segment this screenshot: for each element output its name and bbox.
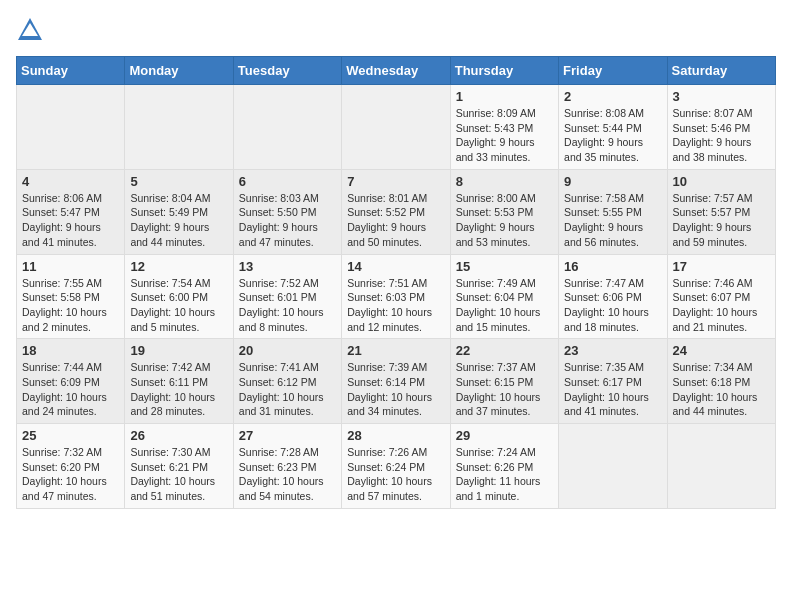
calendar-week-row: 25Sunrise: 7:32 AM Sunset: 6:20 PM Dayli… — [17, 424, 776, 509]
day-number: 14 — [347, 259, 444, 274]
day-header-monday: Monday — [125, 57, 233, 85]
calendar-cell: 8Sunrise: 8:00 AM Sunset: 5:53 PM Daylig… — [450, 169, 558, 254]
day-info: Sunrise: 7:34 AM Sunset: 6:18 PM Dayligh… — [673, 360, 770, 419]
calendar-cell: 28Sunrise: 7:26 AM Sunset: 6:24 PM Dayli… — [342, 424, 450, 509]
calendar-week-row: 18Sunrise: 7:44 AM Sunset: 6:09 PM Dayli… — [17, 339, 776, 424]
day-info: Sunrise: 7:47 AM Sunset: 6:06 PM Dayligh… — [564, 276, 661, 335]
day-number: 23 — [564, 343, 661, 358]
calendar-cell: 22Sunrise: 7:37 AM Sunset: 6:15 PM Dayli… — [450, 339, 558, 424]
day-number: 27 — [239, 428, 336, 443]
day-header-tuesday: Tuesday — [233, 57, 341, 85]
day-number: 29 — [456, 428, 553, 443]
calendar-cell: 19Sunrise: 7:42 AM Sunset: 6:11 PM Dayli… — [125, 339, 233, 424]
logo — [16, 16, 48, 44]
day-number: 11 — [22, 259, 119, 274]
day-info: Sunrise: 7:41 AM Sunset: 6:12 PM Dayligh… — [239, 360, 336, 419]
calendar-cell — [17, 85, 125, 170]
day-header-friday: Friday — [559, 57, 667, 85]
calendar-cell: 21Sunrise: 7:39 AM Sunset: 6:14 PM Dayli… — [342, 339, 450, 424]
day-number: 25 — [22, 428, 119, 443]
page-header — [16, 16, 776, 44]
calendar-cell — [342, 85, 450, 170]
calendar-cell — [125, 85, 233, 170]
day-info: Sunrise: 7:30 AM Sunset: 6:21 PM Dayligh… — [130, 445, 227, 504]
day-info: Sunrise: 7:24 AM Sunset: 6:26 PM Dayligh… — [456, 445, 553, 504]
calendar-week-row: 1Sunrise: 8:09 AM Sunset: 5:43 PM Daylig… — [17, 85, 776, 170]
day-info: Sunrise: 7:57 AM Sunset: 5:57 PM Dayligh… — [673, 191, 770, 250]
day-number: 28 — [347, 428, 444, 443]
day-info: Sunrise: 7:35 AM Sunset: 6:17 PM Dayligh… — [564, 360, 661, 419]
day-info: Sunrise: 7:42 AM Sunset: 6:11 PM Dayligh… — [130, 360, 227, 419]
day-info: Sunrise: 7:46 AM Sunset: 6:07 PM Dayligh… — [673, 276, 770, 335]
day-info: Sunrise: 8:04 AM Sunset: 5:49 PM Dayligh… — [130, 191, 227, 250]
day-info: Sunrise: 8:09 AM Sunset: 5:43 PM Dayligh… — [456, 106, 553, 165]
day-number: 9 — [564, 174, 661, 189]
calendar-cell: 26Sunrise: 7:30 AM Sunset: 6:21 PM Dayli… — [125, 424, 233, 509]
day-header-thursday: Thursday — [450, 57, 558, 85]
day-number: 1 — [456, 89, 553, 104]
calendar-cell — [233, 85, 341, 170]
day-number: 12 — [130, 259, 227, 274]
day-info: Sunrise: 8:08 AM Sunset: 5:44 PM Dayligh… — [564, 106, 661, 165]
day-number: 8 — [456, 174, 553, 189]
day-info: Sunrise: 8:01 AM Sunset: 5:52 PM Dayligh… — [347, 191, 444, 250]
day-info: Sunrise: 7:37 AM Sunset: 6:15 PM Dayligh… — [456, 360, 553, 419]
calendar-cell: 4Sunrise: 8:06 AM Sunset: 5:47 PM Daylig… — [17, 169, 125, 254]
day-info: Sunrise: 8:03 AM Sunset: 5:50 PM Dayligh… — [239, 191, 336, 250]
day-number: 21 — [347, 343, 444, 358]
day-info: Sunrise: 7:44 AM Sunset: 6:09 PM Dayligh… — [22, 360, 119, 419]
day-number: 10 — [673, 174, 770, 189]
calendar-table: SundayMondayTuesdayWednesdayThursdayFrid… — [16, 56, 776, 509]
calendar-cell: 2Sunrise: 8:08 AM Sunset: 5:44 PM Daylig… — [559, 85, 667, 170]
day-info: Sunrise: 7:26 AM Sunset: 6:24 PM Dayligh… — [347, 445, 444, 504]
calendar-cell — [667, 424, 775, 509]
day-number: 18 — [22, 343, 119, 358]
day-header-wednesday: Wednesday — [342, 57, 450, 85]
day-number: 6 — [239, 174, 336, 189]
day-number: 20 — [239, 343, 336, 358]
calendar-cell: 27Sunrise: 7:28 AM Sunset: 6:23 PM Dayli… — [233, 424, 341, 509]
day-info: Sunrise: 7:49 AM Sunset: 6:04 PM Dayligh… — [456, 276, 553, 335]
day-info: Sunrise: 7:51 AM Sunset: 6:03 PM Dayligh… — [347, 276, 444, 335]
day-number: 2 — [564, 89, 661, 104]
calendar-cell: 5Sunrise: 8:04 AM Sunset: 5:49 PM Daylig… — [125, 169, 233, 254]
calendar-cell: 24Sunrise: 7:34 AM Sunset: 6:18 PM Dayli… — [667, 339, 775, 424]
day-info: Sunrise: 8:00 AM Sunset: 5:53 PM Dayligh… — [456, 191, 553, 250]
calendar-cell: 10Sunrise: 7:57 AM Sunset: 5:57 PM Dayli… — [667, 169, 775, 254]
logo-icon — [16, 16, 44, 44]
day-number: 7 — [347, 174, 444, 189]
day-info: Sunrise: 7:32 AM Sunset: 6:20 PM Dayligh… — [22, 445, 119, 504]
calendar-cell: 23Sunrise: 7:35 AM Sunset: 6:17 PM Dayli… — [559, 339, 667, 424]
calendar-cell: 18Sunrise: 7:44 AM Sunset: 6:09 PM Dayli… — [17, 339, 125, 424]
calendar-cell: 17Sunrise: 7:46 AM Sunset: 6:07 PM Dayli… — [667, 254, 775, 339]
calendar-cell: 12Sunrise: 7:54 AM Sunset: 6:00 PM Dayli… — [125, 254, 233, 339]
calendar-cell: 13Sunrise: 7:52 AM Sunset: 6:01 PM Dayli… — [233, 254, 341, 339]
calendar-cell: 3Sunrise: 8:07 AM Sunset: 5:46 PM Daylig… — [667, 85, 775, 170]
day-number: 24 — [673, 343, 770, 358]
day-info: Sunrise: 7:39 AM Sunset: 6:14 PM Dayligh… — [347, 360, 444, 419]
day-number: 5 — [130, 174, 227, 189]
day-number: 13 — [239, 259, 336, 274]
calendar-cell: 25Sunrise: 7:32 AM Sunset: 6:20 PM Dayli… — [17, 424, 125, 509]
calendar-week-row: 11Sunrise: 7:55 AM Sunset: 5:58 PM Dayli… — [17, 254, 776, 339]
calendar-week-row: 4Sunrise: 8:06 AM Sunset: 5:47 PM Daylig… — [17, 169, 776, 254]
day-number: 26 — [130, 428, 227, 443]
day-info: Sunrise: 8:07 AM Sunset: 5:46 PM Dayligh… — [673, 106, 770, 165]
day-number: 15 — [456, 259, 553, 274]
day-header-sunday: Sunday — [17, 57, 125, 85]
day-number: 16 — [564, 259, 661, 274]
calendar-cell: 14Sunrise: 7:51 AM Sunset: 6:03 PM Dayli… — [342, 254, 450, 339]
calendar-header-row: SundayMondayTuesdayWednesdayThursdayFrid… — [17, 57, 776, 85]
day-number: 22 — [456, 343, 553, 358]
calendar-cell: 11Sunrise: 7:55 AM Sunset: 5:58 PM Dayli… — [17, 254, 125, 339]
calendar-cell: 7Sunrise: 8:01 AM Sunset: 5:52 PM Daylig… — [342, 169, 450, 254]
calendar-cell: 9Sunrise: 7:58 AM Sunset: 5:55 PM Daylig… — [559, 169, 667, 254]
day-info: Sunrise: 7:58 AM Sunset: 5:55 PM Dayligh… — [564, 191, 661, 250]
day-number: 19 — [130, 343, 227, 358]
day-info: Sunrise: 8:06 AM Sunset: 5:47 PM Dayligh… — [22, 191, 119, 250]
day-info: Sunrise: 7:55 AM Sunset: 5:58 PM Dayligh… — [22, 276, 119, 335]
day-info: Sunrise: 7:54 AM Sunset: 6:00 PM Dayligh… — [130, 276, 227, 335]
day-info: Sunrise: 7:52 AM Sunset: 6:01 PM Dayligh… — [239, 276, 336, 335]
day-info: Sunrise: 7:28 AM Sunset: 6:23 PM Dayligh… — [239, 445, 336, 504]
day-number: 4 — [22, 174, 119, 189]
